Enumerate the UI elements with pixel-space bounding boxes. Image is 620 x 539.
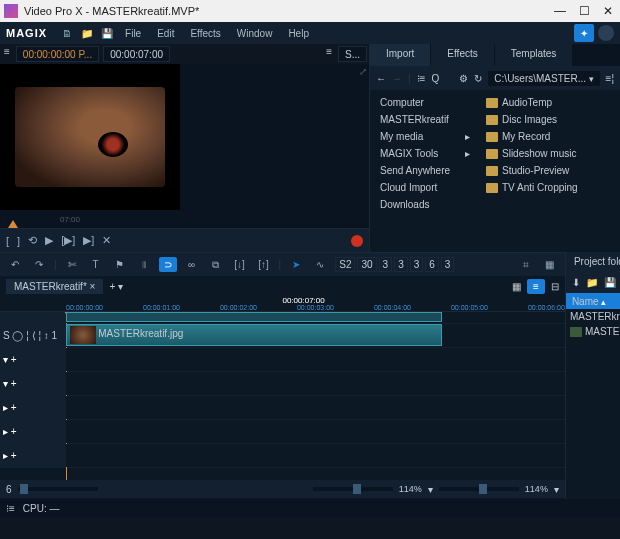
time-in[interactable]: 00:00:00:00 P...: [16, 46, 99, 62]
loop-button[interactable]: ⟲: [28, 234, 37, 247]
zoom-slider-left[interactable]: [313, 487, 393, 491]
folder-item[interactable]: My Record: [480, 128, 620, 145]
stop-button[interactable]: ✕: [102, 234, 111, 247]
play-to-end-button[interactable]: ▶]: [83, 234, 94, 247]
magnet-icon[interactable]: ⊃: [159, 257, 177, 272]
close-button[interactable]: ✕: [596, 0, 620, 22]
source-computer[interactable]: Computer: [370, 94, 480, 111]
link-icon[interactable]: ∞: [183, 259, 201, 270]
flag-icon[interactable]: ⚑: [111, 259, 129, 270]
redo-icon[interactable]: ↷: [30, 259, 48, 270]
menu-file[interactable]: File: [119, 28, 147, 39]
zoom-menu-icon[interactable]: ▾: [428, 484, 433, 495]
folder-icon[interactable]: 📁: [586, 277, 598, 288]
view-wave-icon[interactable]: ⊟: [551, 281, 559, 292]
source-downloads[interactable]: Downloads: [370, 196, 480, 213]
track-expand-icon[interactable]: ▾ +: [3, 378, 17, 389]
menu-window[interactable]: Window: [231, 28, 279, 39]
zoom-preset[interactable]: S2: [335, 257, 355, 272]
project-row[interactable]: MASTERkreatif Movie: [566, 309, 620, 324]
tree-icon[interactable]: ⁝≡: [417, 73, 426, 84]
track-expand-icon[interactable]: ▾ +: [3, 354, 17, 365]
nav-fwd-icon[interactable]: →: [392, 73, 402, 84]
menu-effects[interactable]: Effects: [184, 28, 226, 39]
video-clip[interactable]: MASTERkreatif.jpg: [66, 324, 442, 346]
title-icon[interactable]: T: [87, 259, 105, 270]
refresh-icon[interactable]: ↻: [474, 73, 482, 84]
nav-back-icon[interactable]: ←: [376, 73, 386, 84]
view-list-icon[interactable]: ≡: [527, 279, 545, 294]
track-expand-icon[interactable]: ▸ +: [3, 402, 17, 413]
path-field[interactable]: C:\Users\MASTER... ▾: [488, 71, 599, 86]
search-icon[interactable]: Q: [431, 73, 439, 84]
expand-monitor-icon[interactable]: ⤢: [359, 66, 367, 77]
minimize-button[interactable]: —: [548, 0, 572, 22]
preview-monitor[interactable]: [0, 64, 180, 210]
open-folder-icon[interactable]: 📁: [79, 25, 95, 41]
project-row[interactable]: MASTERkreatif.jpg Picture: [566, 324, 620, 339]
zoom-menu-icon[interactable]: ▾: [554, 484, 559, 495]
track-expand-icon[interactable]: ▸ +: [3, 450, 17, 461]
cut-icon[interactable]: ✄: [63, 259, 81, 270]
source-masterkreatif[interactable]: MASTERkreatif: [370, 111, 480, 128]
add-tab-icon[interactable]: + ▾: [109, 281, 123, 292]
range-end-button[interactable]: ]: [17, 235, 20, 247]
col-name[interactable]: Name ▴: [566, 296, 620, 307]
maximize-button[interactable]: ☐: [572, 0, 596, 22]
source-send-anywhere[interactable]: Send Anywhere: [370, 162, 480, 179]
folder-item[interactable]: Studio-Preview: [480, 162, 620, 179]
time-out[interactable]: 00:00:07:00: [103, 46, 170, 62]
zoom-preset[interactable]: 3: [410, 257, 424, 272]
secondary-collapse-icon[interactable]: ≡: [322, 44, 336, 64]
folder-item[interactable]: Slideshow music: [480, 145, 620, 162]
selection-tool-icon[interactable]: ➤: [287, 259, 305, 270]
tab-import[interactable]: Import: [370, 44, 431, 66]
download-icon[interactable]: ⬇: [572, 277, 580, 288]
source-cloud-import[interactable]: Cloud Import: [370, 179, 480, 196]
record-button[interactable]: [351, 235, 363, 247]
zoom-slider-right[interactable]: [439, 487, 519, 491]
zoom-preset[interactable]: 30: [357, 257, 376, 272]
save-project-icon[interactable]: 💾: [604, 277, 616, 288]
tab-effects[interactable]: Effects: [431, 44, 494, 66]
zoom-preset[interactable]: 6: [425, 257, 439, 272]
folder-item[interactable]: TV Anti Cropping: [480, 179, 620, 196]
range-start-button[interactable]: [: [6, 235, 9, 247]
profile-icon[interactable]: [598, 25, 614, 41]
mixer-icon[interactable]: ⌗: [517, 259, 535, 271]
export-clip-icon[interactable]: [↑]: [255, 259, 273, 270]
folder-item[interactable]: Disc Images: [480, 111, 620, 128]
wand-icon[interactable]: ✦: [574, 24, 594, 42]
clip-range[interactable]: [66, 312, 442, 322]
timeline-ruler[interactable]: 00:00:07:00 00:00:00:00 00:00:01:00 00:0…: [0, 296, 565, 312]
new-file-icon[interactable]: 🗎: [59, 25, 75, 41]
status-menu-icon[interactable]: ⁝≡: [6, 503, 15, 514]
tab-templates[interactable]: Templates: [495, 44, 574, 66]
track-head[interactable]: S ◯ ¦ ⟨ ¦ ↕ 1: [0, 324, 66, 347]
save-icon[interactable]: 💾: [99, 25, 115, 41]
view-options-icon[interactable]: ≡¦: [606, 73, 614, 84]
hscroll-slider[interactable]: [18, 487, 98, 491]
layout-icon[interactable]: ▦: [541, 259, 559, 270]
group-icon[interactable]: ⫴: [135, 259, 153, 271]
view-grid-icon[interactable]: ▦: [512, 281, 521, 292]
source-magix-tools[interactable]: MAGIX Tools▸: [370, 145, 480, 162]
gear-icon[interactable]: ⚙: [459, 73, 468, 84]
curve-tool-icon[interactable]: ∿: [311, 259, 329, 270]
source-my-media[interactable]: My media▸: [370, 128, 480, 145]
undo-icon[interactable]: ↶: [6, 259, 24, 270]
menu-help[interactable]: Help: [282, 28, 315, 39]
folder-item[interactable]: AudioTemp: [480, 94, 620, 111]
zoom-preset[interactable]: 3: [379, 257, 393, 272]
secondary-monitor[interactable]: ⤢: [180, 64, 369, 210]
play-button[interactable]: ▶: [45, 234, 53, 247]
import-clip-icon[interactable]: [↓]: [231, 259, 249, 270]
zoom-preset[interactable]: 3: [394, 257, 408, 272]
monitor-collapse-icon[interactable]: ≡: [0, 44, 14, 64]
zoom-preset[interactable]: 3: [441, 257, 455, 272]
playhead-marker-icon[interactable]: [8, 220, 18, 228]
unlink-icon[interactable]: ⧉: [207, 259, 225, 271]
play-range-button[interactable]: [▶]: [61, 234, 75, 247]
preview-ruler[interactable]: 07:00: [0, 210, 369, 228]
timeline-tab[interactable]: MASTERkreatif* ×: [6, 279, 103, 294]
